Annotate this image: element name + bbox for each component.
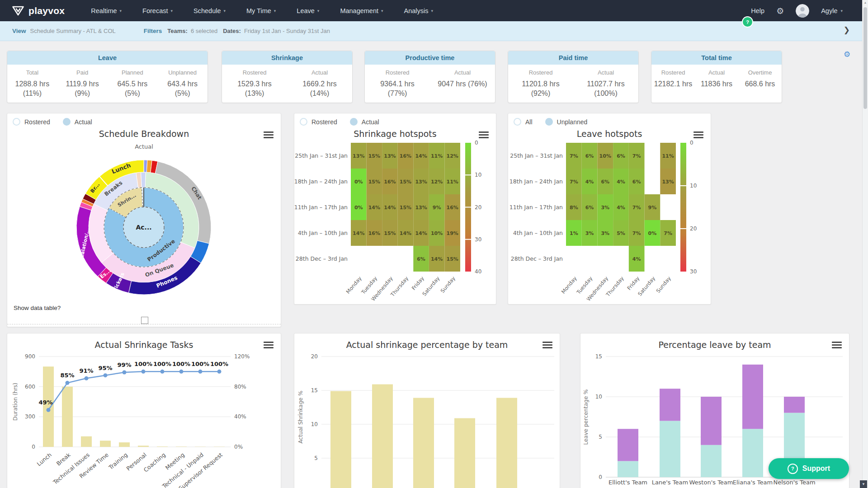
heatmap-cell-value: 6% [417,256,425,262]
colorbar-tick: 40 [475,268,481,275]
heatmap-cell-value: 14% [384,205,396,211]
chart-menu-button[interactable] [479,131,489,138]
chart-menu-button[interactable] [693,131,703,138]
scroll-up-icon[interactable]: ▲ [863,1,868,4]
team-bar [372,385,393,488]
radio-icon[interactable] [514,118,521,126]
nav-item-forecast[interactable]: Forecast▾ [142,7,173,14]
heatmap-row-label: 28th Dec – 3rd Jan [296,255,348,262]
nav-item-realtime[interactable]: Realtime▾ [91,7,122,14]
heatmap-cell-value: 8% [570,205,578,211]
colorbar-tick: 20 [475,204,481,211]
kpi-metric-value: 1288.8 hrs(11%) [7,80,57,99]
view-value[interactable]: Schedule Summary - ATL & COL [30,28,116,34]
chart-menu-button[interactable] [264,342,274,348]
kpi-card-paid-time: Paid timeRostered11201.8 hrs(92%)Actual1… [508,51,639,103]
heatmap-cell-value: 14% [368,205,380,211]
kpi-metric: Actual9047 hrs (76%) [430,65,495,99]
heatmap-cell-value: 13% [353,153,364,159]
nav-item-analysis[interactable]: Analysis▾ [404,7,434,14]
playvox-logo[interactable]: playvox [12,5,65,16]
y-axis-tick: 600 [25,384,35,390]
kpi-card-body: Rostered9364.1 hrs(77%)Actual9047 hrs (7… [365,65,495,99]
nav-item-label: Leave [297,7,315,14]
pareto-pct-label: 100% [172,361,190,367]
kpi-card-body: Rostered1529.3 hrs(13%)Actual1669.2 hrs(… [222,65,352,99]
pareto-marker [198,370,203,374]
kpi-metric-label: Planned [108,69,158,76]
dates-value[interactable]: Friday 1st Jan - Sunday 31st Jan [244,28,330,34]
pareto-bar [138,446,149,447]
stacked-bar-bottom [660,421,680,477]
expand-chevron-icon[interactable]: ❯ [844,25,850,35]
kpi-metric: Rostered1529.3 hrs(13%) [222,65,287,99]
support-button[interactable]: ? Support [769,458,849,479]
nav-item-schedule[interactable]: Schedule▾ [193,7,226,14]
help-link[interactable]: Help [751,7,764,14]
heatmap-cell-value: 5% [617,230,625,236]
user-avatar[interactable] [796,4,809,18]
heatmap-cell-value: 16% [384,179,396,185]
pareto-bar [62,387,73,447]
toggle-rostered[interactable]: Rostered [300,118,337,126]
heatmap-cell-value: 0% [648,230,657,236]
kpi-metric-label: Total [7,69,57,76]
nav-item-label: Schedule [193,7,221,14]
settings-gear-icon[interactable]: ⚙ [776,6,784,16]
y-axis-tick: 20 [311,353,318,360]
chart-subtitle: Actual [7,143,281,150]
colorbar-tick: 10 [475,172,481,178]
y-axis-tick: 900 [25,353,35,360]
pareto-bar [176,446,187,447]
toggle-rostered[interactable]: Rostered [13,118,50,126]
kpi-metric: Unplanned643.4 hrs(5%) [157,65,208,99]
kpi-card-title: Productive time [365,51,495,65]
radio-icon[interactable] [300,118,307,126]
chart-menu-button[interactable] [832,342,842,348]
nav-item-label: Management [340,7,378,14]
dashboard-gear-icon[interactable]: ⚙ [844,50,850,59]
help-badge[interactable]: ? [742,16,753,28]
pareto-pct-label: 100% [210,361,228,367]
view-label[interactable]: View [12,28,26,34]
radio-icon[interactable] [350,118,358,126]
pareto-marker [160,370,165,374]
heatmap-cell-value: 14% [353,230,364,236]
heatmap-cell-value: 9% [648,205,657,211]
teams-value[interactable]: 6 selected [191,28,217,34]
scrollbar[interactable]: ▲ [862,0,868,488]
radio-icon[interactable] [545,118,553,126]
radio-icon[interactable] [63,118,71,126]
scroll-down-icon[interactable]: ▼ [860,480,867,488]
nav-item-my-time[interactable]: My Time▾ [246,7,276,14]
heatmap-cell-value: 3% [585,230,594,236]
heatmap-cell-value: 0% [354,179,363,185]
toggle-unplanned[interactable]: Unplanned [545,118,588,126]
heatmap-cell-value: 16% [368,230,380,236]
nav-item-leave[interactable]: Leave▾ [297,7,319,14]
show-data-table-checkbox[interactable] [141,317,148,324]
scrollbar-thumb[interactable] [863,7,867,109]
radio-icon[interactable] [13,118,20,126]
heatmap-cell-value: 10% [599,153,611,159]
y-axis-tick: 10 [595,394,602,400]
toggle-actual[interactable]: Actual [350,118,379,126]
nav-item-management[interactable]: Management▾ [340,7,383,14]
chart-menu-button[interactable] [542,342,552,348]
y2-axis-tick: 0% [234,444,243,450]
filters-label[interactable]: Filters [144,28,162,34]
nav-item-label: Realtime [91,7,117,14]
kpi-metric: Rostered12182.1 hrs [651,65,695,89]
heatmap-col-label: Friday [410,275,425,291]
x-axis-label: Weston's Team [689,479,733,486]
chart-menu-button[interactable] [264,131,274,138]
x-axis-label: Training [107,451,129,471]
pareto-pct-label: 99% [117,361,131,368]
heatmap-cell-value: 4% [617,205,625,211]
toggle-all[interactable]: All [514,118,533,126]
toggle-actual[interactable]: Actual [63,118,92,126]
x-axis-label: Lane's Team [652,479,688,486]
user-menu[interactable]: Agyle ▾ [821,7,843,14]
heatmap-cell-value: 7% [632,230,641,236]
heatmap-cell-value: 7% [570,179,578,185]
